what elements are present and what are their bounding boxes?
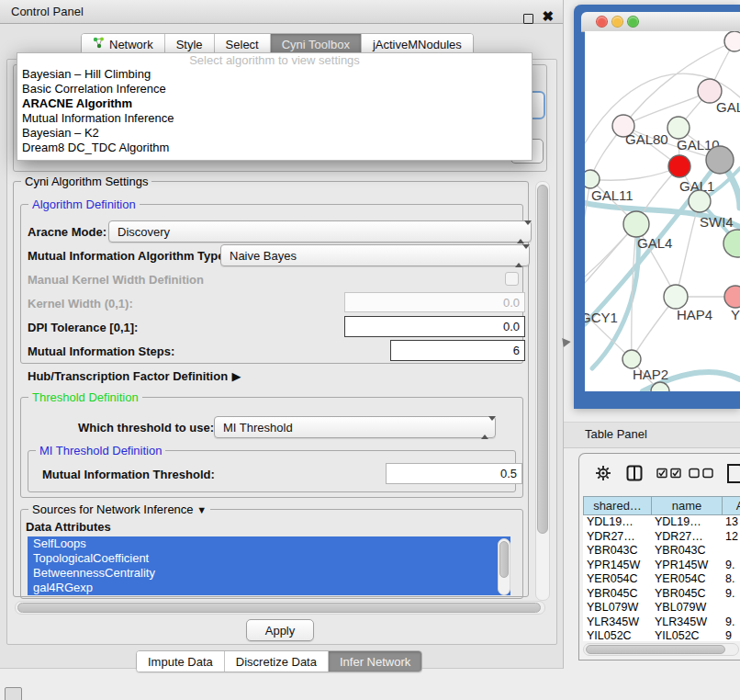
- network-edge[interactable]: [585, 224, 636, 299]
- network-edge[interactable]: [590, 166, 679, 180]
- float-icon[interactable]: [523, 14, 533, 24]
- kernel-width-field[interactable]: 0.0: [344, 292, 525, 312]
- columns-icon[interactable]: [625, 464, 644, 482]
- table-cell[interactable]: [722, 544, 740, 559]
- table-horizontal-scrollbar[interactable]: [583, 643, 739, 656]
- table-cell[interactable]: YIL052C: [651, 629, 722, 641]
- attribute-list-item[interactable]: TopologicalCoefficient: [28, 551, 510, 566]
- table-row[interactable]: YIL052CYIL052C9: [583, 629, 740, 641]
- network-window-titlebar[interactable]: [581, 12, 740, 32]
- network-canvas[interactable]: GALGAL80GAL10GAL1GAL11SWI4GAL4HAP4YGCY1H…: [585, 31, 740, 391]
- settings-horizontal-scrollbar[interactable]: [15, 601, 545, 615]
- control-panel-title: Control Panel: [11, 5, 84, 18]
- table-cell[interactable]: YLR345W: [651, 615, 722, 630]
- zoom-traffic-light[interactable]: [628, 17, 638, 27]
- table-row[interactable]: YDR27…YDR27…12: [583, 530, 740, 545]
- network-node-hap2[interactable]: [622, 350, 641, 368]
- table-cell[interactable]: YBL079W: [651, 601, 722, 615]
- bottom-tab-discretize-data[interactable]: Discretize Data: [225, 651, 329, 672]
- which-threshold-combobox[interactable]: MI Threshold: [214, 416, 496, 438]
- table-cell[interactable]: YPR145W: [583, 559, 651, 573]
- table-row[interactable]: YDL19…YDL19…13: [583, 515, 740, 530]
- table-row[interactable]: YBR045CYBR045C9.: [583, 587, 740, 602]
- table-row[interactable]: YLR345WYLR345W9.: [583, 615, 740, 630]
- apply-button[interactable]: Apply: [246, 619, 314, 641]
- table-cell[interactable]: YBL079W: [583, 601, 651, 615]
- network-node-gal4[interactable]: [623, 211, 649, 237]
- network-node-y[interactable]: [724, 286, 740, 308]
- table-column-header[interactable]: A: [722, 496, 740, 515]
- deselect-all-icon[interactable]: [689, 468, 714, 479]
- table-cell[interactable]: 9.: [722, 559, 740, 573]
- tab-select[interactable]: Select: [215, 34, 271, 54]
- network-node[interactable]: [724, 31, 740, 51]
- table-cell[interactable]: YDL19…: [583, 515, 651, 530]
- network-node-hap4[interactable]: [664, 285, 688, 309]
- table-column-header[interactable]: shared…: [583, 496, 651, 515]
- table-cell[interactable]: 9.: [722, 615, 740, 630]
- table-column-header[interactable]: name: [651, 496, 722, 515]
- network-node[interactable]: [723, 230, 740, 257]
- table-cell[interactable]: [722, 601, 740, 615]
- table-row[interactable]: YBR043CYBR043C: [583, 544, 740, 559]
- table-cell[interactable]: YER054C: [583, 572, 651, 587]
- tab-network[interactable]: Network: [82, 34, 165, 54]
- network-edge[interactable]: [623, 91, 710, 126]
- gear-icon[interactable]: [594, 464, 612, 482]
- network-node-gal10[interactable]: [667, 117, 690, 139]
- table-row[interactable]: YER054CYER054C8.: [583, 572, 740, 587]
- table-cell[interactable]: YBR045C: [583, 587, 651, 602]
- network-node[interactable]: [706, 146, 734, 174]
- network-node-gal11[interactable]: [585, 170, 600, 188]
- algorithm-option[interactable]: Bayesian – Hill Climbing: [17, 67, 532, 82]
- table-cell[interactable]: YBR045C: [651, 587, 722, 602]
- table-cell[interactable]: 13: [722, 515, 740, 530]
- select-all-icon[interactable]: [656, 468, 682, 479]
- table-cell[interactable]: YBR043C: [651, 544, 722, 559]
- table-cell[interactable]: YDL19…: [651, 515, 722, 530]
- collapsed-panel-icon[interactable]: [5, 687, 22, 700]
- table-icon[interactable]: [726, 462, 740, 484]
- bottom-tab-infer-network[interactable]: Infer Network: [329, 651, 421, 672]
- table-row[interactable]: YBL079WYBL079W: [583, 601, 740, 615]
- attribute-list-item[interactable]: SelfLoops: [28, 536, 510, 551]
- table-cell[interactable]: YDR27…: [583, 530, 651, 545]
- table-row[interactable]: YPR145WYPR145W9.: [583, 559, 740, 573]
- bottom-tab-impute-data[interactable]: Impute Data: [137, 651, 225, 672]
- hub-definition-toggle[interactable]: Hub/Transcription Factor Definition ▶: [28, 367, 241, 384]
- table-cell[interactable]: YBR043C: [583, 544, 651, 559]
- table-cell[interactable]: YER054C: [651, 572, 722, 587]
- mi-steps-field[interactable]: 6: [390, 340, 525, 361]
- table-cell[interactable]: YIL052C: [583, 629, 651, 641]
- algorithm-option[interactable]: Bayesian – K2: [17, 126, 532, 141]
- table-cell[interactable]: 8.: [722, 572, 740, 587]
- attribute-list-item[interactable]: gal4RGexp: [28, 581, 510, 595]
- network-node-gal1[interactable]: [668, 155, 690, 177]
- table-cell[interactable]: 12: [722, 530, 740, 545]
- table-cell[interactable]: 9: [722, 629, 740, 641]
- algorithm-option[interactable]: Dream8 DC_TDC Algorithm: [17, 141, 532, 155]
- aracne-mode-combobox[interactable]: Discovery: [108, 220, 532, 243]
- dpi-tolerance-field[interactable]: 0.0: [344, 316, 525, 337]
- manual-kernel-checkbox[interactable]: [505, 272, 519, 286]
- table-cell[interactable]: YLR345W: [583, 615, 651, 630]
- tab-cyni-toolbox[interactable]: Cyni Toolbox: [271, 34, 362, 54]
- mi-type-combobox[interactable]: Naive Bayes: [220, 244, 530, 266]
- network-node-swi4[interactable]: [689, 190, 711, 212]
- attributes-list-scrollbar[interactable]: [498, 538, 510, 595]
- mi-threshold-field[interactable]: 0.5: [386, 463, 522, 484]
- algorithm-option[interactable]: ARACNE Algorithm: [17, 96, 532, 111]
- data-attributes-list[interactable]: SelfLoopsTopologicalCoefficientBetweenne…: [28, 536, 510, 595]
- algorithm-option[interactable]: Mutual Information Inference: [17, 111, 532, 126]
- attribute-list-item[interactable]: BetweennessCentrality: [28, 566, 510, 581]
- close-icon[interactable]: ✖: [542, 8, 554, 25]
- minimize-traffic-light[interactable]: [612, 17, 622, 27]
- settings-vertical-scrollbar[interactable]: [535, 181, 550, 601]
- algorithm-option[interactable]: Basic Correlation Inference: [17, 82, 532, 96]
- table-cell[interactable]: YDR27…: [651, 530, 722, 545]
- table-cell[interactable]: YPR145W: [651, 559, 722, 573]
- close-traffic-light[interactable]: [597, 17, 607, 27]
- tab-style[interactable]: Style: [165, 34, 215, 54]
- tab-jactivemnodules[interactable]: jActiveMNodules: [362, 34, 473, 54]
- table-cell[interactable]: 9.: [722, 587, 740, 602]
